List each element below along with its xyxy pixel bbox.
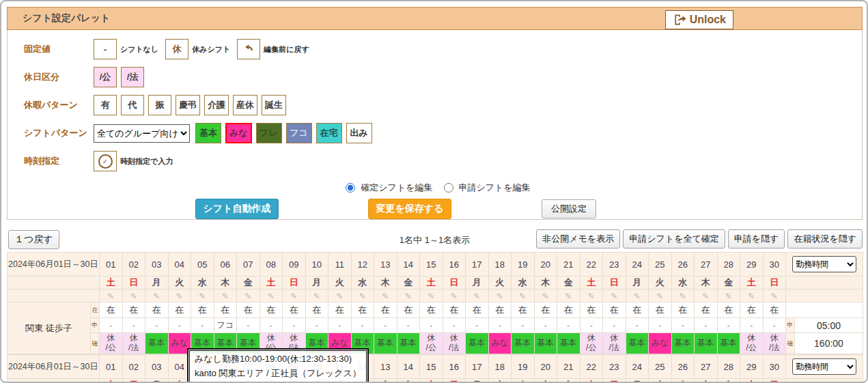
hours-type-select[interactable]: 勤務時間 <box>792 256 856 272</box>
pencil-icon[interactable]: ✎ <box>130 292 137 301</box>
request-cell[interactable]: - <box>512 318 535 333</box>
vacation-box[interactable]: 代 <box>121 95 144 115</box>
confirmed-cell[interactable]: 基本 <box>397 333 420 354</box>
request-shift-radio[interactable] <box>444 183 453 193</box>
presence-cell[interactable]: 在 <box>534 302 557 318</box>
pencil-icon[interactable]: ✎ <box>451 292 458 301</box>
request-cell[interactable]: - <box>671 318 695 333</box>
request-cell[interactable]: - <box>603 318 626 333</box>
presence-cell[interactable]: 在 <box>191 302 214 318</box>
pencil-icon[interactable]: ✎ <box>313 292 320 301</box>
pencil-icon[interactable]: ✎ <box>290 292 297 301</box>
presence-cell[interactable]: 在 <box>466 302 489 318</box>
show-private-memo-button[interactable]: 非公開メモを表示 <box>536 229 620 249</box>
shift-pattern-box-zaitaku[interactable]: 在宅 <box>316 123 342 143</box>
presence-cell[interactable]: 在 <box>283 302 306 318</box>
request-cell[interactable]: - <box>695 318 718 333</box>
pencil-icon[interactable]: ✎ <box>565 292 572 301</box>
vacation-box[interactable]: 慶弔 <box>176 95 200 115</box>
request-cell[interactable]: - <box>191 318 214 333</box>
request-cell[interactable]: - <box>626 318 649 333</box>
request-cell[interactable]: - <box>649 318 672 333</box>
pencil-icon[interactable]: ✎ <box>244 292 251 301</box>
publish-settings-button[interactable]: 公開設定 <box>542 199 596 218</box>
pencil-icon[interactable]: ✎ <box>336 292 343 301</box>
public-holiday-box[interactable]: /公 <box>94 67 117 87</box>
undo-edit-box[interactable] <box>237 39 260 59</box>
confirm-all-requests-button[interactable]: 申請シフトを全て確定 <box>623 229 725 249</box>
request-cell[interactable]: - <box>351 318 374 333</box>
confirmed-cell[interactable]: みな <box>649 333 672 354</box>
pencil-icon[interactable]: ✎ <box>725 292 732 301</box>
confirmed-cell[interactable]: 基本 <box>534 333 557 354</box>
confirmed-cell[interactable]: 基本 <box>557 333 580 354</box>
vacation-box[interactable]: 振 <box>148 95 171 115</box>
unlock-button[interactable]: Unlock <box>665 10 733 29</box>
pencil-icon[interactable]: ✎ <box>748 292 755 301</box>
confirmed-cell[interactable]: 基本 <box>145 333 169 354</box>
confirmed-cell[interactable]: みな <box>488 333 512 354</box>
confirmed-cell[interactable]: 休 /公 <box>740 333 764 354</box>
pencil-icon[interactable]: ✎ <box>428 292 434 301</box>
request-cell[interactable]: - <box>534 318 557 333</box>
request-cell[interactable]: - <box>466 318 489 333</box>
vacation-box[interactable]: 誕生 <box>262 95 286 115</box>
presence-cell[interactable]: 在 <box>122 302 145 318</box>
pencil-icon[interactable]: ✎ <box>588 292 595 301</box>
request-cell[interactable]: - <box>260 318 283 333</box>
pencil-icon[interactable]: ✎ <box>153 292 160 301</box>
request-cell[interactable]: - <box>420 318 443 333</box>
presence-cell[interactable]: 在 <box>512 302 535 318</box>
confirmed-cell[interactable]: 基本 <box>717 333 740 354</box>
presence-cell[interactable]: 在 <box>214 302 237 318</box>
auto-create-shift-button[interactable]: シフト自動作成 <box>195 199 279 219</box>
pencil-icon[interactable]: ✎ <box>107 292 114 301</box>
pencil-icon[interactable]: ✎ <box>680 292 686 301</box>
pencil-icon[interactable]: ✎ <box>542 292 549 301</box>
vacation-box[interactable]: 産休 <box>233 95 257 115</box>
presence-cell[interactable]: 在 <box>488 302 512 318</box>
presence-cell[interactable]: 在 <box>740 302 764 318</box>
pencil-icon[interactable]: ✎ <box>519 292 526 301</box>
request-cell[interactable]: - <box>122 318 145 333</box>
request-cell[interactable]: - <box>443 318 466 333</box>
presence-cell[interactable]: 在 <box>305 302 328 318</box>
pencil-icon[interactable]: ✎ <box>611 292 617 301</box>
confirmed-cell[interactable]: 休 /法 <box>122 333 145 354</box>
pencil-icon[interactable]: ✎ <box>656 292 663 301</box>
hours-type-select[interactable]: 勤務時間 <box>792 358 856 375</box>
presence-cell[interactable]: 在 <box>100 302 123 318</box>
confirmed-cell[interactable]: 基本 <box>374 333 397 354</box>
presence-cell[interactable]: 在 <box>626 302 649 318</box>
shift-pattern-box-demi[interactable]: 出み <box>346 123 372 143</box>
hide-enrollment-button[interactable]: 在籍状況を隠す <box>787 229 863 249</box>
presence-cell[interactable]: 在 <box>649 302 672 318</box>
confirmed-cell[interactable]: 基本 <box>626 333 649 354</box>
shift-pattern-box-fle[interactable]: フレ <box>256 123 282 143</box>
confirmed-cell[interactable]: 休 /公 <box>420 333 443 354</box>
pencil-icon[interactable]: ✎ <box>268 292 275 301</box>
group-filter-select[interactable]: 全てのグループ向け <box>94 124 190 143</box>
presence-cell[interactable]: 在 <box>580 302 603 318</box>
presence-cell[interactable]: 在 <box>351 302 374 318</box>
presence-cell[interactable]: 在 <box>328 302 352 318</box>
presence-cell[interactable]: 在 <box>145 302 169 318</box>
presence-cell[interactable]: 在 <box>763 302 786 318</box>
shift-pattern-box-fuko[interactable]: フコ <box>286 123 312 143</box>
save-changes-button[interactable]: 変更を保存する <box>368 199 451 219</box>
pencil-icon[interactable]: ✎ <box>359 292 366 301</box>
request-cell[interactable]: - <box>145 318 169 333</box>
presence-cell[interactable]: 在 <box>671 302 695 318</box>
request-cell[interactable]: - <box>283 318 306 333</box>
request-cell[interactable]: - <box>580 318 603 333</box>
pencil-icon[interactable]: ✎ <box>199 292 206 301</box>
request-cell[interactable]: - <box>740 318 764 333</box>
confirmed-cell[interactable]: 基本 <box>512 333 535 354</box>
request-cell[interactable]: - <box>374 318 397 333</box>
confirmed-cell[interactable]: 休 /公 <box>100 333 123 354</box>
request-cell[interactable]: フコ <box>214 318 237 333</box>
pencil-icon[interactable]: ✎ <box>222 292 229 301</box>
confirmed-cell[interactable]: 基本 <box>671 333 695 354</box>
pencil-icon[interactable]: ✎ <box>382 292 389 301</box>
request-cell[interactable]: - <box>397 318 420 333</box>
